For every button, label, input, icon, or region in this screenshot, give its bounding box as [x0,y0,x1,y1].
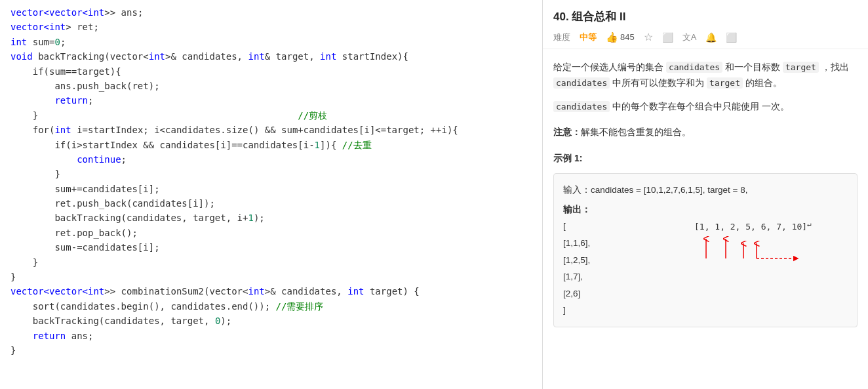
code-token: backTracking(vector< [33,49,149,64]
code-token: ret.push_back(candidates[i]); [10,196,215,211]
code-comment: //去重 [342,138,372,152]
code-token: continue [77,152,121,167]
code-token: >& candidates, [265,284,347,298]
code-line-8: } //剪枝 [0,108,542,123]
desc-target-2: target [707,77,743,89]
code-line-24: } [0,343,542,358]
code-line-13: sum+=candidates[i]; [0,182,542,196]
code-token: int [248,284,264,298]
code-token [10,329,33,343]
example-input-text: 输入：candidates = [10,1,2,7,6,1,5], target… [563,185,747,195]
code-comment: //剪枝 [298,108,327,123]
code-line-17: sum-=candidates[i]; [0,240,542,255]
example-input: 输入：candidates = [10,1,2,7,6,1,5], target… [563,182,848,199]
code-line-9: for(int i=startIndex; i<candidates.size(… [0,123,542,137]
red-arrows-svg [694,235,825,265]
note-text: 中的每个数字在每个组合中只能使用 一次。 [610,101,789,112]
code-token: sum= [27,35,54,49]
code-line-7: return; [0,93,542,108]
translate-icon[interactable]: 文A [682,31,697,43]
code-token: 1 [315,138,320,152]
code-line-11: continue; [0,152,542,167]
code-token: int [10,35,27,49]
likes-icon[interactable]: 👍 845 [606,31,635,43]
desc-text-1: 给定一个候选人编号的集合 [553,62,666,72]
output-line-1: [1,1,6], [563,235,590,252]
example-section: 示例 1: 输入：candidates = [10,1,2,7,6,1,5], … [553,151,858,327]
example-title: 示例 1: [553,151,858,167]
difficulty-label: 难度 [553,31,570,43]
example-output-label: 输出： [563,205,591,215]
bracket-close: ] [563,302,590,319]
code-token: sort(candidates.begin(), candidates.end(… [10,299,276,314]
code-token: ; [60,35,66,49]
problem-title: 40. 组合总和 II [553,9,858,24]
code-token: int [49,20,66,34]
annotation-text: [1, 1, 2, 5, 6, 7, 10]↵ [694,218,825,235]
code-token: vector< [10,20,49,34]
example-output-section: 输出： [563,201,848,218]
code-line-22: backTracking(candidates, target, 0); [0,314,542,328]
code-token: startIndex){ [336,49,408,64]
code-token: ret.pop_back(); [10,226,138,240]
difficulty-value: 中等 [580,31,597,43]
desc-text-3: ，找出 [819,62,849,72]
code-token: int [54,123,71,137]
code-token: for( [10,123,54,137]
code-panel[interactable]: vector<vector<int>> ans; vector<int> ret… [0,0,543,389]
code-token: ; [88,93,93,108]
problem-meta: 难度 中等 👍 845 ☆ ⬜ 文A 🔔 ⬜ [553,31,858,43]
code-token: void [10,49,33,64]
bookmark-icon[interactable]: ⬜ [662,32,673,43]
code-line-4: void backTracking(vector<int>& candidate… [0,49,542,64]
star-icon[interactable]: ☆ [644,31,653,43]
code-token: return [54,93,88,108]
code-token: >& candidates, [165,49,248,64]
code-line-21: sort(candidates.begin(), candidates.end(… [0,299,542,314]
example-box: 输入：candidates = [10,1,2,7,6,1,5], target… [553,173,858,327]
code-token: 0 [54,35,60,49]
code-line-16: ret.pop_back(); [0,226,542,240]
code-token: } [10,108,298,123]
thumbs-up-icon: 👍 [606,31,618,43]
code-token: i=startIndex; i<candidates.size() && sum… [71,123,458,137]
code-token: int [320,49,336,64]
code-line-12: } [0,167,542,181]
code-token: } [10,343,16,358]
code-comment: //需要排序 [276,299,324,314]
bell-icon[interactable]: 🔔 [705,32,717,43]
code-token: } [10,167,60,181]
code-token: vector<vector< [10,5,88,20]
code-token: ]){ [320,138,342,152]
code-line-2: vector<int> ret; [0,20,542,34]
notice-label: 注意： [553,127,581,137]
code-line-1: vector<vector<int>> ans; [0,5,542,20]
like-count: 845 [620,32,635,42]
code-token: target) { [365,284,420,298]
code-token: >> ans; [104,5,143,20]
code-token: 0 [215,314,220,328]
desc-candidates-1: candidates [666,62,722,73]
example-output-container: [ [1,1,6], [1,2,5], [1,7], [2,6] ] [1, 1… [563,218,848,319]
notice-text: 解集不能包含重复的组合。 [581,127,691,137]
output-line-4: [2,6] [563,285,590,302]
code-line-18: } [0,255,542,270]
code-token: int [88,5,104,20]
desc-candidates-2: candidates [553,77,610,89]
expand-icon[interactable]: ⬜ [726,32,737,43]
output-line-2: [1,2,5], [563,252,590,269]
problem-description: 给定一个候选人编号的集合 candidates 和一个目标数 target ，找… [553,60,858,91]
code-token: int [248,49,264,64]
code-token: if(sum==target){ [10,64,121,79]
desc-text-4: 中所有可以使数字和为 [610,77,707,88]
code-line-23: return ans; [0,329,542,343]
code-token: ); [254,211,265,225]
code-token: } [10,255,38,270]
code-token: >> combinationSum2(vector< [104,284,248,298]
code-token: int [88,284,104,298]
code-token: backTracking(candidates, target, [10,314,215,328]
problem-header: 40. 组合总和 II 难度 中等 👍 845 ☆ ⬜ 文A 🔔 ⬜ [543,0,868,49]
problem-notice: 注意：解集不能包含重复的组合。 [553,125,858,140]
code-token: } [10,270,16,284]
note-candidates: candidates [553,101,610,112]
